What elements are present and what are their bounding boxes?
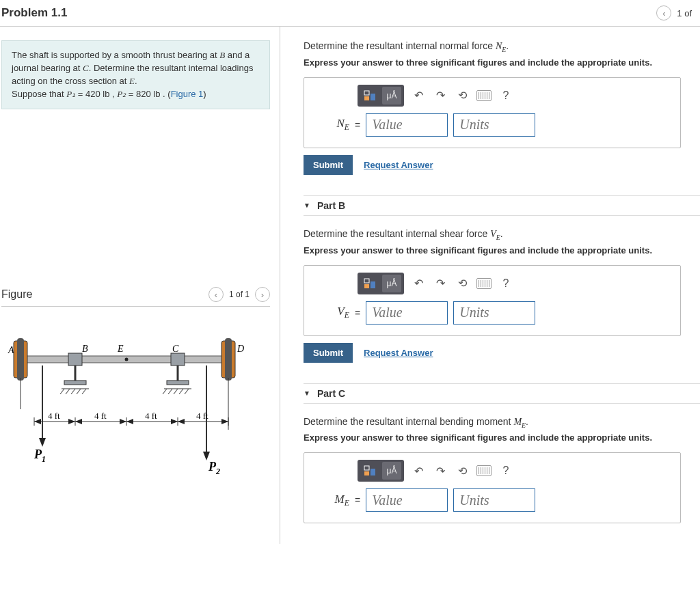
svg-rect-60 [364, 279, 369, 283]
svg-text:E: E [117, 344, 124, 354]
undo-icon[interactable]: ↶ [411, 88, 426, 103]
partC-units-input[interactable] [453, 488, 535, 512]
svg-rect-16 [171, 353, 185, 366]
svg-marker-33 [39, 438, 46, 447]
svg-marker-46 [120, 419, 126, 424]
partB-units-input[interactable] [453, 301, 535, 325]
svg-rect-18 [167, 381, 189, 385]
partA-value-input[interactable] [366, 113, 448, 137]
svg-rect-6 [225, 338, 232, 381]
svg-text:4 ft: 4 ft [196, 411, 208, 421]
figure-title: Figure [1, 288, 32, 301]
template-tool-group: μÅ [358, 273, 404, 294]
partB-answer-box: μÅ ↶ ↷ ⟲ ? VE = [304, 265, 681, 336]
svg-text:A: A [8, 345, 14, 355]
caret-down-icon: ▼ [304, 202, 310, 209]
help-icon[interactable]: ? [498, 463, 513, 478]
redo-icon[interactable]: ↷ [433, 88, 448, 103]
partC-var-label: ME [314, 493, 349, 508]
template-tool-group: μÅ [358, 460, 404, 482]
partB-submit-button[interactable]: Submit [304, 343, 353, 363]
svg-text:C: C [172, 344, 179, 354]
partA-units-input[interactable] [453, 113, 535, 137]
partA-prompt: Determine the resultant internal normal … [304, 40, 700, 53]
reset-icon[interactable]: ⟲ [455, 276, 470, 291]
svg-text:D: D [237, 344, 244, 354]
svg-marker-47 [126, 419, 133, 424]
prev-page-button[interactable]: ‹ [656, 5, 671, 20]
partC-prompt: Determine the resultant internal bending… [304, 416, 700, 429]
svg-rect-64 [364, 471, 369, 475]
partA-request-answer-link[interactable]: Request Answer [364, 160, 433, 170]
svg-line-11 [60, 389, 64, 394]
partA-var-label: NE [314, 117, 349, 133]
svg-line-13 [71, 389, 75, 394]
units-tool-button[interactable]: μÅ [382, 275, 401, 292]
partB-instruction: Express your answer to three significant… [304, 245, 700, 256]
svg-line-21 [168, 389, 172, 394]
equals-sign: = [355, 120, 360, 130]
partB-var-label: VE [314, 305, 349, 320]
partC-value-input[interactable] [366, 488, 448, 512]
page-indicator: 1 of [677, 8, 692, 18]
partB-header[interactable]: ▼ Part B [304, 195, 700, 216]
partC-instruction: Express your answer to three significant… [304, 432, 700, 443]
redo-icon[interactable]: ↷ [433, 463, 448, 478]
svg-text:B: B [82, 344, 88, 354]
undo-icon[interactable]: ↶ [411, 276, 426, 291]
units-tool-button[interactable]: μÅ [382, 462, 401, 480]
figure-next-button[interactable]: › [255, 287, 270, 302]
svg-line-15 [82, 389, 86, 394]
template-icon[interactable] [360, 275, 379, 292]
svg-marker-45 [75, 419, 82, 424]
undo-icon[interactable]: ↶ [411, 463, 426, 478]
svg-rect-63 [364, 466, 369, 470]
keyboard-icon[interactable] [476, 276, 492, 291]
figure-divider [1, 306, 270, 307]
partB-request-answer-link[interactable]: Request Answer [364, 348, 433, 358]
help-icon[interactable]: ? [498, 88, 513, 103]
reset-icon[interactable]: ⟲ [455, 88, 470, 103]
partA-instruction: Express your answer to three significant… [304, 57, 700, 68]
svg-line-20 [163, 389, 167, 394]
svg-marker-49 [178, 419, 185, 424]
redo-icon[interactable]: ↷ [433, 276, 448, 291]
svg-rect-61 [364, 284, 369, 288]
svg-line-24 [185, 389, 189, 394]
partC-answer-box: μÅ ↶ ↷ ⟲ ? ME = [304, 452, 681, 523]
svg-line-14 [77, 389, 81, 394]
svg-rect-7 [68, 353, 82, 366]
partA-submit-button[interactable]: Submit [304, 155, 353, 175]
problem-title: Problem 1.1 [1, 6, 67, 20]
svg-marker-44 [68, 419, 75, 424]
reset-icon[interactable]: ⟲ [455, 463, 470, 478]
template-icon[interactable] [360, 462, 379, 480]
svg-rect-57 [364, 91, 369, 95]
keyboard-icon[interactable] [476, 88, 492, 103]
equals-sign: = [355, 495, 360, 506]
svg-rect-58 [364, 96, 369, 100]
partB-value-input[interactable] [366, 301, 448, 325]
svg-text:P1: P1 [33, 447, 46, 464]
svg-rect-0 [22, 356, 227, 363]
svg-line-12 [66, 389, 70, 394]
svg-text:4 ft: 4 ft [94, 411, 107, 421]
units-tool-button[interactable]: μÅ [382, 87, 401, 105]
partA-answer-box: μÅ ↶ ↷ ⟲ ? NE = [304, 77, 681, 148]
figure-prev-button[interactable]: ‹ [208, 287, 224, 302]
figure-link[interactable]: Figure 1 [171, 89, 204, 99]
figure-page-indicator: 1 of 1 [229, 290, 250, 299]
partC-header[interactable]: ▼ Part C [304, 383, 700, 404]
svg-line-23 [179, 389, 183, 394]
svg-rect-9 [64, 381, 86, 385]
help-icon[interactable]: ? [498, 276, 513, 291]
svg-marker-43 [34, 419, 41, 424]
svg-rect-62 [371, 281, 375, 288]
template-tool-group: μÅ [358, 85, 404, 107]
svg-rect-3 [17, 338, 24, 381]
problem-statement: The shaft is supported by a smooth thrus… [1, 40, 270, 109]
equals-sign: = [355, 307, 360, 318]
keyboard-icon[interactable] [476, 463, 492, 478]
svg-rect-65 [371, 469, 375, 475]
template-icon[interactable] [360, 87, 379, 105]
